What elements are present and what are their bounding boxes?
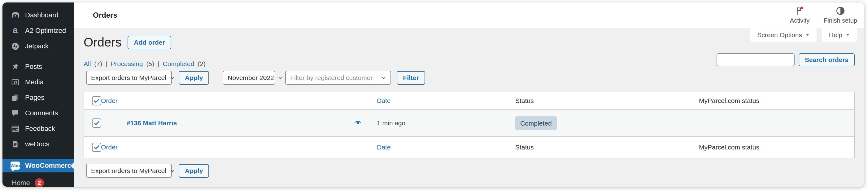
- header-actions: Activity Finish setup: [790, 6, 857, 24]
- sidebar-item-home[interactable]: Home 2: [2, 176, 74, 187]
- view-link-completed[interactable]: Completed: [163, 60, 194, 67]
- export-orders-select[interactable]: Export orders to MyParcel: [86, 71, 172, 85]
- header-title: Orders: [93, 11, 117, 20]
- search-input[interactable]: [717, 53, 795, 66]
- activity-button[interactable]: Activity: [790, 6, 809, 24]
- sidebar-item-label: weDocs: [25, 140, 49, 148]
- column-footer-status: Status: [515, 143, 534, 151]
- pushpin-icon: [10, 62, 20, 71]
- sidebar-item-label: Feedback: [25, 125, 55, 133]
- half-circle-icon: [836, 6, 845, 16]
- order-status-badge: Completed: [515, 116, 557, 130]
- chevron-down-icon: [845, 32, 850, 37]
- sidebar-item-woocommerce[interactable]: Woo WooCommerce: [2, 159, 74, 172]
- sidebar-item-wedocs[interactable]: weDocs: [2, 136, 74, 152]
- sidebar-item-comments[interactable]: Comments: [2, 105, 74, 121]
- workspace: Screen Options Help Orders Add order Sea…: [74, 28, 864, 187]
- select-all-checkbox[interactable]: [92, 143, 101, 152]
- view-count-processing: (5): [146, 60, 154, 67]
- feedback-icon: [10, 124, 20, 133]
- document-icon: [10, 139, 20, 149]
- column-header-myparcel-status: MyParcel.com status: [699, 97, 759, 104]
- page-heading-row: Orders Add order: [84, 35, 171, 49]
- preview-eye-icon[interactable]: [354, 119, 362, 128]
- column-footer-myparcel-status: MyParcel.com status: [699, 143, 759, 151]
- media-icon: [10, 78, 20, 87]
- search-row: Search orders: [717, 53, 855, 66]
- table-header-row: Order Date Status MyParcel.com status: [84, 92, 855, 109]
- select-all-checkbox[interactable]: [92, 96, 101, 105]
- column-header-date[interactable]: Date: [377, 97, 391, 104]
- screen-options-label: Screen Options: [757, 31, 802, 39]
- apply-button-bottom[interactable]: Apply: [179, 164, 209, 178]
- export-orders-select-bottom[interactable]: Export orders to MyParcel: [86, 164, 172, 178]
- add-order-button[interactable]: Add order: [128, 36, 171, 49]
- notification-badge: 2: [35, 178, 44, 187]
- chevron-down-icon: [169, 75, 176, 81]
- chevron-down-icon: [169, 168, 176, 174]
- admin-sidebar: Dashboard a A2 Optimized Jetpack Posts M…: [2, 2, 74, 187]
- order-date: 1 min ago: [377, 119, 405, 127]
- sidebar-item-label: Jetpack: [25, 42, 49, 50]
- row-checkbox[interactable]: [92, 118, 101, 128]
- order-row: #136 Matt Harris 1 min ago Completed: [84, 109, 855, 137]
- jetpack-icon: [10, 42, 20, 51]
- column-footer-order[interactable]: Order: [101, 143, 118, 151]
- screen-options-tab[interactable]: Screen Options: [750, 28, 817, 42]
- view-count-completed: (2): [197, 60, 206, 67]
- apply-button[interactable]: Apply: [179, 71, 209, 85]
- order-link[interactable]: #136 Matt Harris: [127, 119, 177, 127]
- admin-window: Dashboard a A2 Optimized Jetpack Posts M…: [2, 2, 864, 187]
- chevron-down-icon: [805, 32, 810, 37]
- bottom-bulk-actions-toolbar: Export orders to MyParcel Apply: [86, 164, 209, 178]
- sidebar-item-label: Dashboard: [25, 11, 59, 19]
- sidebar-item-pages[interactable]: Pages: [2, 90, 74, 105]
- woo-icon: Woo: [10, 161, 20, 170]
- view-separator: |: [158, 60, 159, 67]
- sidebar-item-label: Media: [25, 78, 44, 86]
- orders-table: Order Date Status MyParcel.com status #1…: [84, 92, 855, 158]
- sidebar-item-jetpack[interactable]: Jetpack: [2, 38, 74, 54]
- column-footer-date[interactable]: Date: [377, 143, 391, 151]
- pages-icon: [10, 93, 20, 102]
- column-header-status: Status: [515, 97, 534, 104]
- table-footer-row: Order Date Status MyParcel.com status: [84, 137, 855, 158]
- search-orders-button[interactable]: Search orders: [799, 53, 855, 66]
- sidebar-item-label: A2 Optimized: [25, 27, 66, 35]
- sidebar-item-feedback[interactable]: Feedback: [2, 121, 74, 136]
- sidebar-item-label: Comments: [25, 109, 58, 117]
- column-header-order[interactable]: Order: [101, 97, 118, 104]
- finish-setup-button[interactable]: Finish setup: [824, 6, 857, 24]
- bulk-actions-toolbar: Export orders to MyParcel Apply November…: [86, 71, 425, 85]
- sidebar-item-label: Pages: [25, 93, 44, 102]
- help-tab[interactable]: Help: [822, 28, 857, 42]
- page-title: Orders: [84, 35, 121, 49]
- flag-icon: [795, 6, 804, 16]
- month-filter-select[interactable]: November 2022: [223, 71, 275, 85]
- plugin-header: Orders Activity Finish setup: [74, 2, 864, 28]
- finish-setup-label: Finish setup: [824, 17, 857, 24]
- filter-button[interactable]: Filter: [397, 71, 425, 85]
- sidebar-item-label: WooCommerce: [25, 162, 75, 170]
- chevron-down-icon: [380, 75, 387, 81]
- sidebar-item-label: Posts: [25, 63, 42, 71]
- status-view-links: All (7) | Processing (5) | Completed (2): [84, 60, 206, 67]
- chevron-down-icon: [277, 75, 283, 81]
- help-label: Help: [829, 31, 842, 39]
- customer-filter-select[interactable]: Filter by registered customer: [285, 71, 391, 85]
- sidebar-item-media[interactable]: Media: [2, 75, 74, 90]
- sidebar-item-posts[interactable]: Posts: [2, 59, 74, 75]
- sidebar-item-dashboard[interactable]: Dashboard: [2, 7, 74, 23]
- view-count-all: (7): [94, 60, 102, 67]
- content-area: Orders Activity Finish setup: [74, 2, 864, 187]
- view-link-processing[interactable]: Processing: [111, 60, 143, 67]
- view-separator: |: [105, 60, 107, 67]
- activity-label: Activity: [790, 17, 809, 24]
- gauge-icon: [10, 10, 20, 20]
- a2-icon: a: [10, 26, 20, 35]
- sidebar-item-a2-optimized[interactable]: a A2 Optimized: [2, 23, 74, 38]
- view-link-all[interactable]: All: [84, 60, 91, 67]
- submenu-item-label: Home: [12, 179, 30, 187]
- comment-icon: [10, 109, 20, 118]
